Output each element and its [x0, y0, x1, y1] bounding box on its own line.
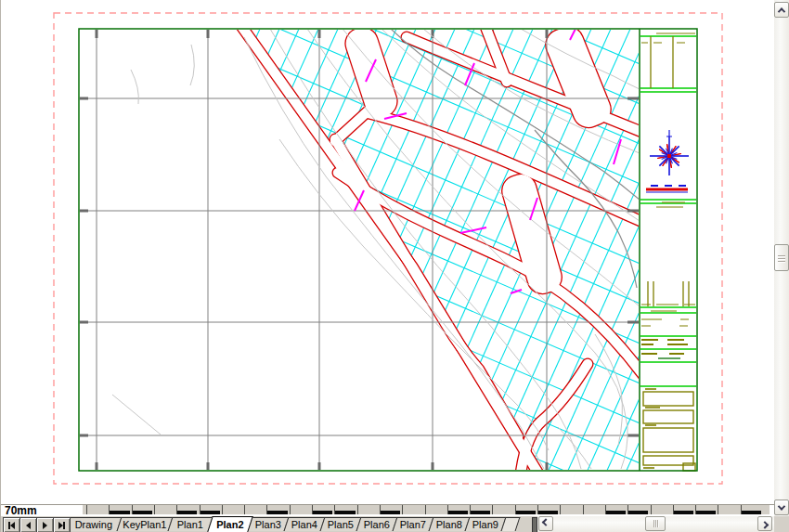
horizontal-scroll-thumb[interactable] [645, 516, 666, 531]
vertical-scrollbar[interactable] [774, 0, 789, 516]
scroll-down-button[interactable] [774, 500, 789, 515]
sheet-tab-plan6[interactable]: Plan6 [356, 517, 398, 531]
sheet-tab-plan2[interactable]: Plan2 [207, 516, 253, 532]
sheet-tab-label: Plan1 [171, 518, 210, 531]
prev-icon [26, 522, 31, 529]
scroll-right-button[interactable] [757, 516, 772, 531]
sheet-tab-label: Plan6 [359, 518, 394, 531]
sheet-tab-bar: DrawingKeyPlan1Plan1Plan2Plan3Plan4Plan5… [1, 516, 774, 532]
sheet-tab-empty [501, 517, 521, 531]
cad-application-window: 70mm DrawingKeyPlan1Plan1Plan2Plan3Plan4… [0, 0, 789, 532]
sheet-tab-plan1[interactable]: Plan1 [168, 517, 213, 531]
sheet-tab-label: Plan4 [287, 518, 322, 531]
prev-sheet-button[interactable] [19, 517, 37, 532]
scroll-right-icon [761, 521, 769, 528]
scrollbar-corner [774, 516, 789, 532]
ruler-ticks [83, 505, 770, 514]
next-icon [43, 522, 47, 529]
sheet-tab-label: Drawing [69, 518, 119, 531]
scroll-left-button[interactable] [538, 516, 553, 531]
sheet-tab-label: Plan8 [432, 518, 467, 531]
scale-label: 70mm [5, 504, 37, 517]
sheet-tab-plan9[interactable]: Plan9 [465, 517, 507, 531]
drawing-canvas[interactable] [1, 0, 774, 504]
sheet-tab-label: KeyPlan1 [120, 518, 170, 531]
vertical-scroll-thumb[interactable] [774, 244, 789, 271]
scroll-down-icon [778, 502, 785, 510]
sheet-tab-label: Plan3 [251, 518, 286, 531]
sheet-tab-plan8[interactable]: Plan8 [429, 517, 471, 531]
sheet-tab-plan5[interactable]: Plan5 [320, 517, 362, 531]
last-sheet-button[interactable] [53, 517, 71, 532]
scroll-up-icon [778, 7, 785, 15]
sheet-tab-plan7[interactable]: Plan7 [393, 517, 434, 531]
sheet-tab-plan3[interactable]: Plan3 [248, 517, 290, 531]
sheet-tab-keyplan1[interactable]: KeyPlan1 [117, 517, 174, 531]
sheet-tab-label: Plan2 [211, 517, 250, 532]
sheet-tab-label: Plan9 [468, 518, 503, 531]
horizontal-scrollbar[interactable] [537, 516, 774, 532]
page-ruler-strip: 70mm [1, 504, 774, 516]
scroll-up-button[interactable] [774, 2, 789, 18]
scroll-left-icon [542, 518, 550, 526]
sheet-tab-drawing[interactable]: Drawing [66, 517, 123, 531]
sheet-tab-label: Plan7 [395, 518, 431, 531]
plan-drawing [1, 0, 774, 504]
sheet-tab-plan4[interactable]: Plan4 [284, 517, 326, 531]
first-sheet-button[interactable] [3, 517, 20, 532]
sheet-tab-label: Plan5 [323, 518, 358, 531]
next-sheet-button[interactable] [36, 517, 54, 532]
